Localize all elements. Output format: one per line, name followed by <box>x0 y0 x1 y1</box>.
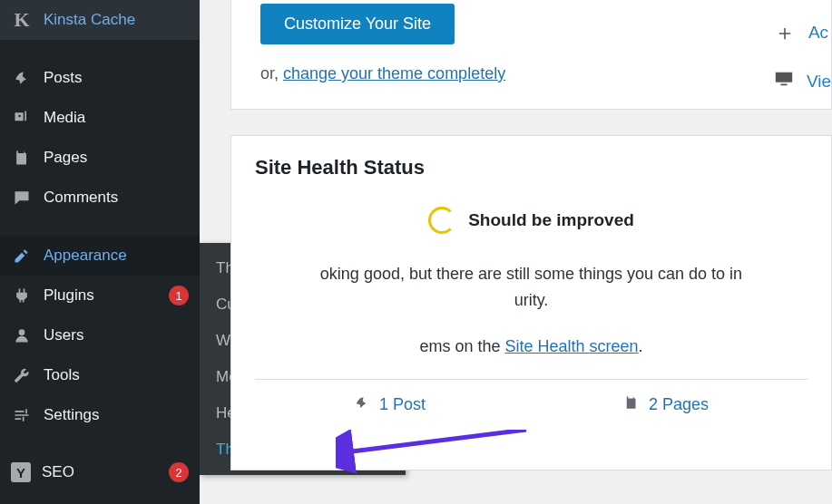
kinsta-logo-icon: K <box>11 9 33 31</box>
site-health-status: Should be improved <box>468 210 634 230</box>
site-health-panel: Site Health Status Should be improved ok… <box>230 135 832 470</box>
sidebar-item-seo[interactable]: Y SEO 2 <box>0 453 200 491</box>
welcome-panel: Customize Your Site or, change your them… <box>230 0 832 110</box>
sidebar-item-label: Users <box>44 326 189 344</box>
view-label: Vie <box>807 72 831 92</box>
sidebar-item-appearance[interactable]: Appearance <box>0 236 200 276</box>
pushpin-icon <box>11 67 33 89</box>
or-change-theme: or, change your theme completely <box>260 64 802 83</box>
site-health-screen-link[interactable]: Site Health screen <box>504 337 638 355</box>
customize-site-button[interactable]: Customize Your Site <box>260 4 455 44</box>
add-action[interactable]: ＋ Ac <box>774 18 831 47</box>
add-label: Ac <box>808 23 828 43</box>
sidebar-item-media[interactable]: Media <box>0 98 200 138</box>
site-health-status-row: Should be improved <box>255 207 808 234</box>
sidebar-item-posts[interactable]: Posts <box>0 58 200 98</box>
sidebar-item-kinsta-cache[interactable]: K Kinsta Cache <box>0 0 200 40</box>
plugin-icon <box>11 285 33 306</box>
sidebar-item-label: Kinsta Cache <box>44 11 189 29</box>
sidebar-item-pages[interactable]: Pages <box>0 138 200 178</box>
change-theme-link[interactable]: change your theme completely <box>283 64 505 82</box>
monitor-icon <box>774 69 794 94</box>
wrench-icon <box>11 364 33 386</box>
site-health-description: oking good, but there are still some thi… <box>255 261 808 314</box>
sidebar-item-label: Plugins <box>44 286 162 305</box>
comments-icon <box>11 187 33 208</box>
yoast-icon: Y <box>11 462 31 482</box>
sidebar-item-label: Appearance <box>44 247 189 265</box>
pages-icon <box>623 394 640 415</box>
sidebar-item-label: SEO <box>42 463 162 481</box>
stat-pages[interactable]: 2 Pages <box>623 394 709 415</box>
user-icon <box>11 325 33 346</box>
progress-ring-icon <box>428 207 455 234</box>
sidebar-item-label: Pages <box>44 149 189 167</box>
main-content: Customize Your Site or, change your them… <box>230 0 832 496</box>
media-icon <box>11 107 33 129</box>
sidebar-item-label: Media <box>44 109 189 127</box>
view-action[interactable]: Vie <box>774 69 831 94</box>
sidebar-item-plugins[interactable]: Plugins 1 <box>0 276 200 315</box>
sidebar-item-label: Posts <box>44 69 189 87</box>
sidebar-item-users[interactable]: Users <box>0 315 200 355</box>
quick-actions: ＋ Ac Vie <box>774 18 831 116</box>
site-health-title: Site Health Status <box>255 156 808 179</box>
pushpin-icon <box>354 394 370 415</box>
sidebar-item-settings[interactable]: Settings <box>0 395 200 435</box>
update-badge: 1 <box>169 286 189 305</box>
sidebar-item-label: Comments <box>44 189 189 207</box>
plus-icon: ＋ <box>774 18 796 47</box>
admin-sidebar: K Kinsta Cache Posts Media Pages Comment… <box>0 0 200 504</box>
or-prefix: or, <box>260 64 283 82</box>
sliders-icon <box>11 404 33 426</box>
at-a-glance-stats: 1 Post 2 Pages <box>255 379 808 415</box>
site-health-link-line: ems on the Site Health screen. <box>255 334 808 360</box>
appearance-brush-icon <box>11 245 33 267</box>
sidebar-item-label: Tools <box>44 366 189 384</box>
sidebar-item-tools[interactable]: Tools <box>0 355 200 395</box>
pages-icon <box>11 147 33 169</box>
stat-posts[interactable]: 1 Post <box>354 394 426 415</box>
sidebar-item-comments[interactable]: Comments <box>0 178 200 218</box>
sidebar-item-label: Settings <box>44 406 189 424</box>
update-badge: 2 <box>169 462 189 482</box>
